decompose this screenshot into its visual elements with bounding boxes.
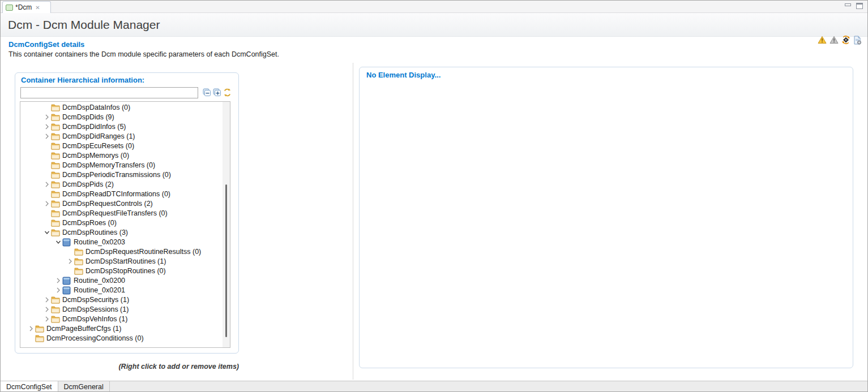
warning-gray-icon[interactable] xyxy=(829,36,839,44)
validate-gear-icon[interactable] xyxy=(841,36,850,44)
folder-icon xyxy=(51,161,60,169)
chevron-icon[interactable] xyxy=(43,142,51,150)
tree-item[interactable]: DcmDspStartRoutines (1) xyxy=(20,256,223,266)
chevron-icon[interactable] xyxy=(66,257,74,265)
folder-icon xyxy=(74,248,83,256)
section-description: This container containers the Dcm module… xyxy=(8,50,279,58)
tree-item-label: DcmDspVehInfos (1) xyxy=(62,315,127,323)
chevron-icon[interactable] xyxy=(66,248,74,256)
chevron-icon[interactable] xyxy=(43,132,51,140)
chevron-right-icon[interactable] xyxy=(43,315,51,323)
tree-item[interactable]: DcmDspPids (2) xyxy=(20,179,223,189)
folder-icon xyxy=(51,209,60,217)
folder-icon xyxy=(51,190,60,198)
tree-item[interactable]: DcmDspEcuResets (0) xyxy=(20,141,223,150)
tree-item[interactable]: DcmProcessingConditionss (0) xyxy=(20,333,223,343)
scrollbar-thumb[interactable] xyxy=(225,184,227,337)
tree-item[interactable]: DcmDspRequestFileTransfers (0) xyxy=(20,208,223,218)
tree-item[interactable]: DcmDspDidRanges (1) xyxy=(20,131,223,141)
close-icon[interactable]: ✕ xyxy=(35,5,40,11)
node-icon xyxy=(62,276,71,285)
chevron-right-icon[interactable] xyxy=(54,277,62,285)
chevron-icon[interactable] xyxy=(27,334,35,342)
chevron-icon[interactable] xyxy=(66,267,74,275)
tree-item[interactable]: DcmDspSessions (1) xyxy=(20,304,223,314)
tree-item[interactable]: DcmDspRoutines (3) xyxy=(20,227,223,237)
tree-item[interactable]: DcmDspMemoryTransfers (0) xyxy=(20,160,223,170)
chevron-right-icon[interactable] xyxy=(43,132,51,140)
chevron-icon[interactable] xyxy=(43,171,51,179)
tree-item[interactable]: DcmDspDids (9) xyxy=(20,112,223,122)
chevron-icon[interactable] xyxy=(43,104,51,111)
tree-item-label: DcmDspEcuResets (0) xyxy=(62,142,134,150)
tree-filter-input[interactable] xyxy=(20,87,198,98)
tree-item[interactable]: DcmDspRoes (0) xyxy=(20,218,223,227)
chevron-right-icon[interactable] xyxy=(43,113,51,121)
chevron-icon[interactable] xyxy=(43,200,51,208)
tree-item[interactable]: DcmDspVehInfos (1) xyxy=(20,314,223,324)
chevron-icon[interactable] xyxy=(43,113,51,121)
tree-item-label: Routine_0x0201 xyxy=(74,286,125,294)
chevron-icon[interactable] xyxy=(54,238,62,246)
chevron-icon[interactable] xyxy=(43,219,51,227)
chevron-right-icon[interactable] xyxy=(27,325,35,333)
chevron-icon[interactable] xyxy=(43,123,51,131)
chevron-down-icon[interactable] xyxy=(43,229,51,236)
tree-item[interactable]: DcmDspDataInfos (0) xyxy=(20,102,223,112)
node-icon xyxy=(51,180,60,189)
collapse-all-icon[interactable] xyxy=(203,88,211,97)
node-icon xyxy=(51,228,60,237)
chevron-icon[interactable] xyxy=(43,229,51,236)
generate-document-icon[interactable] xyxy=(853,36,862,45)
tree-item[interactable]: DcmDspStopRoutines (0) xyxy=(20,266,223,275)
tree-item[interactable]: DcmDspRequestRoutineResultss (0) xyxy=(20,247,223,256)
chevron-right-icon[interactable] xyxy=(43,123,51,131)
chevron-right-icon[interactable] xyxy=(43,305,51,313)
chevron-icon[interactable] xyxy=(43,152,51,160)
maximize-icon[interactable] xyxy=(856,3,863,9)
node-icon xyxy=(35,334,44,343)
expand-all-icon[interactable] xyxy=(213,88,221,97)
tree-item[interactable]: Routine_0x0200 xyxy=(20,275,223,285)
tree-scrollbar[interactable] xyxy=(223,102,230,347)
tree-item[interactable]: DcmDspRequestControls (2) xyxy=(20,199,223,208)
chevron-icon[interactable] xyxy=(43,296,51,304)
tab-dcmgeneral[interactable]: DcmGeneral xyxy=(58,381,110,392)
chevron-icon[interactable] xyxy=(27,325,35,333)
chevron-icon[interactable] xyxy=(43,209,51,217)
minimize-icon[interactable] xyxy=(845,3,851,6)
tree-item[interactable]: DcmDspDidInfos (5) xyxy=(20,122,223,131)
tree-item[interactable]: Routine_0x0201 xyxy=(20,285,223,295)
chevron-icon[interactable] xyxy=(43,315,51,323)
node-icon xyxy=(51,170,60,179)
tree-item[interactable]: Routine_0x0203 xyxy=(20,237,223,247)
chevron-icon[interactable] xyxy=(43,161,51,169)
chevron-right-icon[interactable] xyxy=(66,257,74,265)
chevron-right-icon[interactable] xyxy=(43,180,51,188)
editor-file-icon xyxy=(6,5,13,11)
tab-dcmconfigset[interactable]: DcmConfigSet xyxy=(1,381,58,392)
tree-item-label: DcmDspMemorys (0) xyxy=(62,152,129,160)
tree-item[interactable]: DcmDspSecuritys (1) xyxy=(20,295,223,304)
chevron-icon[interactable] xyxy=(54,277,62,285)
chevron-icon[interactable] xyxy=(54,286,62,294)
tree-item-label: DcmDspReadDTCInformations (0) xyxy=(62,190,170,198)
warning-yellow-icon[interactable] xyxy=(818,36,827,44)
tree-item[interactable]: DcmPageBufferCfgs (1) xyxy=(20,324,223,333)
sync-gold-icon[interactable] xyxy=(223,88,232,97)
tree-item[interactable]: DcmDspMemorys (0) xyxy=(20,150,223,160)
node-icon xyxy=(74,247,83,256)
node-icon xyxy=(51,132,60,141)
chevron-down-icon[interactable] xyxy=(54,238,62,246)
folder-icon xyxy=(51,305,60,313)
tree-item[interactable]: DcmDspPeriodicTransmissions (0) xyxy=(20,170,223,179)
chevron-icon[interactable] xyxy=(43,190,51,198)
chevron-right-icon[interactable] xyxy=(54,286,62,294)
chevron-right-icon[interactable] xyxy=(43,200,51,208)
chevron-icon[interactable] xyxy=(43,180,51,188)
tree-item-label: DcmDspRequestControls (2) xyxy=(62,200,153,208)
tree-item[interactable]: DcmDspReadDTCInformations (0) xyxy=(20,189,223,199)
chevron-icon[interactable] xyxy=(43,305,51,313)
editor-tab-dcm[interactable]: *Dcm ✕ xyxy=(2,1,51,13)
chevron-right-icon[interactable] xyxy=(43,296,51,304)
